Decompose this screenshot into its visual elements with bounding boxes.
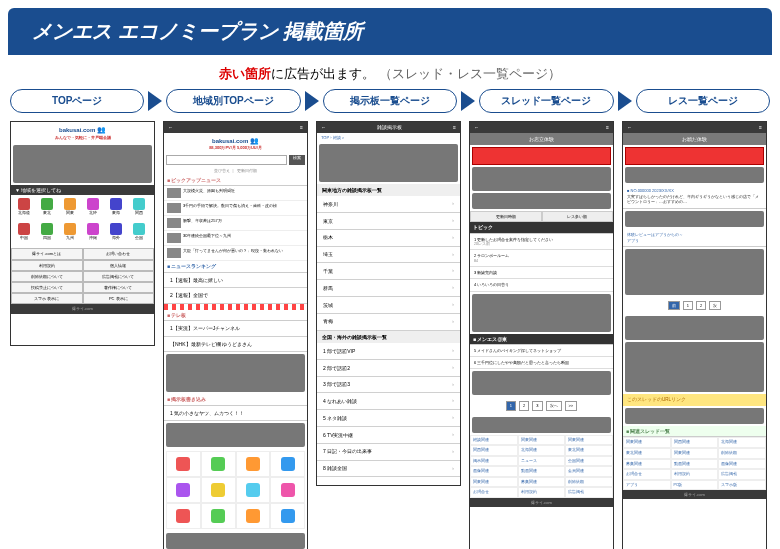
news-item[interactable]: 大臣「打ってませんが何が悪いの？」現役・救われない [164,246,307,261]
info-button[interactable]: 著作権について [83,282,155,293]
pref-item[interactable]: 東京› [317,213,460,230]
category-item[interactable]: 6 TV実況中継› [317,427,460,444]
info-button[interactable]: 広告掲載について [83,271,155,282]
category-item[interactable]: 7 日記・今日の出来事› [317,444,460,461]
region-item[interactable]: 四国 [37,223,57,245]
news-item[interactable]: 3千円の手術で解決。数日で傷も消え・歯科・皮の検 [164,201,307,216]
footer-link[interactable]: お問合せ [470,487,518,498]
category-item[interactable]: 4 なれあい雑談› [317,393,460,410]
footer-link[interactable]: 削除依頼 [565,477,613,488]
footer-link[interactable]: 掲示関連 [470,456,518,467]
page-button[interactable]: 2 [519,401,529,410]
page-button[interactable]: 2 [696,301,706,310]
page-button[interactable]: >> [565,401,578,410]
write-item[interactable]: 1 気の小さなヤツ、ムカつく！！ [164,406,307,422]
page-button[interactable]: 1 [506,401,516,410]
page-button[interactable]: 次へ [546,401,562,410]
app-icon-cell[interactable] [201,477,236,503]
region-item[interactable]: 全国 [129,223,149,245]
footer-link[interactable]: 動画関連 [671,459,719,470]
footer-link[interactable]: スマホ版 [718,480,766,491]
footer-link[interactable]: 関東関連 [470,477,518,488]
thread-item[interactable]: 2 サロンボールーム84 [470,250,613,267]
pref-item[interactable]: 埼玉› [317,247,460,264]
pref-item[interactable]: 栃木› [317,230,460,247]
footer-link[interactable]: 画像関連 [470,466,518,477]
app-icon-cell[interactable] [201,503,236,529]
app-icon-cell[interactable] [236,477,271,503]
news-item[interactable]: 大規模火災、原因も判明間近 [164,186,307,201]
page-button[interactable]: 前 [668,301,680,310]
footer-link[interactable]: 東北関連 [565,445,613,456]
footer-link[interactable]: 北海関連 [718,437,766,448]
footer-link[interactable]: 動画関連 [518,466,566,477]
page-button[interactable]: 1 [683,301,693,310]
footer-link[interactable]: 会員関連 [565,466,613,477]
region-item[interactable]: 関西 [129,198,149,220]
footer-link[interactable]: 東北関連 [623,448,671,459]
category-item[interactable]: 5 ネタ雑談› [317,410,460,427]
info-button[interactable]: お問い合わせ [83,248,155,259]
tv-item[interactable]: 1【実況】スーパーJチャンネル [164,321,307,337]
rank-item[interactable]: 1【速報】最高に嬉しい [164,273,307,289]
page-button[interactable]: 3 [532,401,542,410]
tv-item[interactable]: 【NHK】最新テレビ欄 ゆうどきさん [164,337,307,353]
footer-link[interactable]: 削除依頼 [718,448,766,459]
footer-link[interactable]: 全国関連 [565,456,613,467]
info-button[interactable]: 個人情報 [83,260,155,271]
search-button[interactable]: 検索 [289,155,305,165]
app-icon-cell[interactable] [270,451,305,477]
region-item[interactable]: 北陸 [83,198,103,220]
footer-link[interactable]: 利用規約 [518,487,566,498]
footer-link[interactable]: PC版 [671,480,719,491]
footer-link[interactable]: 関西関連 [470,445,518,456]
news-item[interactable]: 30年連続全国最下位～九州 [164,231,307,246]
footer-link[interactable]: 広告掲載 [565,487,613,498]
app-icon-cell[interactable] [236,451,271,477]
region-item[interactable]: 関東 [60,198,80,220]
thread-item[interactable]: 3 新築完内談 [470,267,613,279]
pref-item[interactable]: 群馬› [317,280,460,297]
footer-link[interactable]: 関東関連 [518,435,566,446]
app-icon-cell[interactable] [270,477,305,503]
thread-item[interactable]: 5 メイドさんのバイキング探してネットショップ [470,345,613,357]
thread-item[interactable]: 6 三千円位にしたやや高額だと思ったと言ったら断固 [470,357,613,369]
info-button[interactable]: 利用規約 [11,260,83,271]
category-item[interactable]: 8 雑談全国› [317,461,460,478]
footer-link[interactable]: アプリ [623,480,671,491]
search-input[interactable] [166,155,287,165]
footer-link[interactable]: 募集関連 [518,477,566,488]
info-button[interactable]: 爆サイ.comとは [11,248,83,259]
footer-link[interactable]: ニュース [518,456,566,467]
pref-item[interactable]: 千葉› [317,263,460,280]
footer-link[interactable]: 広告掲載 [718,469,766,480]
footer-link[interactable]: 雑談関連 [470,435,518,446]
thread-item[interactable]: 4 いろいろの日替り [470,279,613,291]
page-button[interactable]: 次 [709,301,721,310]
info-button[interactable]: 削除依頼について [11,271,83,282]
footer-link[interactable]: 募集関連 [623,459,671,470]
app-icon-cell[interactable] [270,503,305,529]
category-item[interactable]: 1 部で話題VIP› [317,343,460,360]
region-item[interactable]: 東北 [37,198,57,220]
app-icon-cell[interactable] [201,451,236,477]
region-item[interactable]: 北海道 [14,198,34,220]
info-button[interactable]: PC 表示に [83,293,155,304]
footer-link[interactable]: 関西関連 [671,437,719,448]
info-button[interactable]: 投稿禁止について [11,282,83,293]
region-item[interactable]: 海外 [106,223,126,245]
pref-item[interactable]: 茨城› [317,297,460,314]
footer-link[interactable]: 関東関連 [565,435,613,446]
app-icon-cell[interactable] [166,477,201,503]
region-item[interactable]: 九州 [60,223,80,245]
footer-link[interactable]: 北海関連 [518,445,566,456]
footer-link[interactable]: 利用規約 [671,469,719,480]
region-item[interactable]: 沖縄 [83,223,103,245]
footer-link[interactable]: お問合せ [623,469,671,480]
category-item[interactable]: 2 部で話題2› [317,360,460,377]
footer-link[interactable]: 関東関連 [671,448,719,459]
app-icon-cell[interactable] [166,503,201,529]
news-item[interactable]: 衝撃、年収差は257万 [164,216,307,231]
footer-link[interactable]: 画像関連 [718,459,766,470]
info-button[interactable]: スマホ 表示に [11,293,83,304]
